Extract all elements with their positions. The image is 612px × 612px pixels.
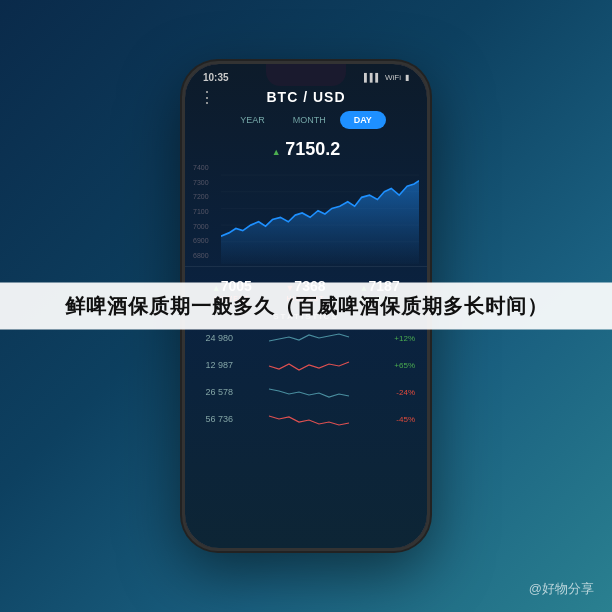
- stat-number-4: 56 736: [197, 414, 233, 424]
- price-display: ▲ 7150.2: [185, 137, 427, 164]
- wifi-icon: WiFi: [385, 73, 401, 82]
- tab-year[interactable]: YEAR: [226, 111, 279, 129]
- phone-notch: [266, 64, 346, 86]
- tab-day[interactable]: DAY: [340, 111, 386, 129]
- battery-icon: ▮: [405, 73, 409, 82]
- mini-chart-1: [239, 327, 379, 349]
- stat-change-4: -45%: [385, 415, 415, 424]
- stat-number-2: 12 987: [197, 360, 233, 370]
- pair-title: BTC / USD: [267, 89, 346, 105]
- price-arrow-icon: ▲: [272, 147, 281, 157]
- price-value: 7150.2: [285, 139, 340, 159]
- stat-line-3: 26 578 -24%: [197, 381, 415, 403]
- status-time: 10:35: [203, 72, 229, 83]
- tab-month[interactable]: MONTH: [279, 111, 340, 129]
- stat-number-1: 24 980: [197, 333, 233, 343]
- price-chart: [221, 164, 419, 264]
- mini-chart-2: [239, 354, 379, 376]
- banner-text: 鲜啤酒保质期一般多久（百威啤酒保质期多长时间）: [65, 295, 548, 317]
- chart-y-labels: 7400 7300 7200 7100 7000 6900 6800: [193, 164, 209, 259]
- stat-change-3: -24%: [385, 388, 415, 397]
- menu-icon[interactable]: ⋮: [199, 88, 216, 107]
- stat-line-2: 12 987 +65%: [197, 354, 415, 376]
- signal-icon: ▌▌▌: [364, 73, 381, 82]
- tab-bar: YEAR MONTH DAY: [185, 111, 427, 137]
- stat-change-2: +65%: [385, 361, 415, 370]
- header: ⋮ BTC / USD: [185, 87, 427, 111]
- stat-line-1: 24 980 +12%: [197, 327, 415, 349]
- stat-change-1: +12%: [385, 334, 415, 343]
- stat-number-3: 26 578: [197, 387, 233, 397]
- stat-line-4: 56 736 -45%: [197, 408, 415, 430]
- watermark: @好物分享: [529, 580, 594, 598]
- mini-chart-3: [239, 381, 379, 403]
- chart-area: 7400 7300 7200 7100 7000 6900 6800: [185, 164, 427, 264]
- status-icons: ▌▌▌ WiFi ▮: [364, 73, 409, 82]
- banner-overlay: 鲜啤酒保质期一般多久（百威啤酒保质期多长时间）: [0, 283, 612, 330]
- mini-chart-4: [239, 408, 379, 430]
